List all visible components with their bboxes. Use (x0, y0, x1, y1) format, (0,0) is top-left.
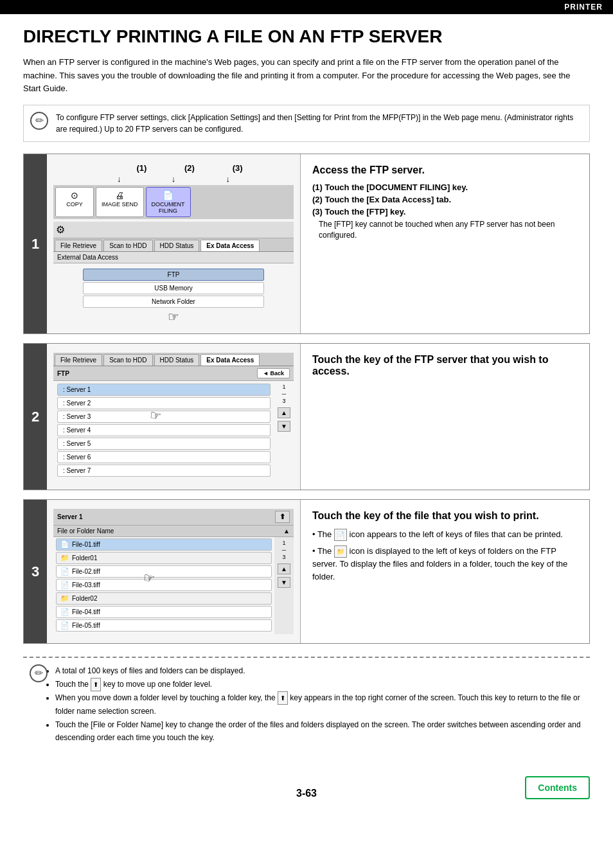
document-filing-button[interactable]: 📄 DOCUMENTFILING (146, 187, 191, 217)
folder01-item[interactable]: 📁 Folder01 (56, 552, 272, 564)
server-4-item[interactable]: : Server 4 (57, 424, 271, 436)
step3-col-label[interactable]: File or Folder Name (53, 526, 280, 536)
bracket-2: (2) (184, 163, 195, 173)
step-3-note-1: • The 📄 icon appears to the left of keys… (312, 528, 578, 541)
step2-tab-hdd-status[interactable]: HDD Status (154, 354, 200, 366)
step2-tab-scan-to-hdd[interactable]: Scan to HDD (103, 354, 152, 366)
back-button[interactable]: ◄ Back (257, 368, 290, 378)
settings-icon: ⚙ (56, 224, 65, 236)
file-04-item[interactable]: 📄 File-04.tiff (56, 606, 272, 618)
svg-text:✏: ✏ (35, 668, 44, 678)
tab-ex-data-access[interactable]: Ex Data Access (200, 240, 260, 251)
note-text: To configure FTP server settings, click … (56, 113, 573, 134)
step2-page-indicator: 1─3 (282, 384, 286, 404)
step2-scrollbar-area: 1─3 ▲ ▼ (274, 381, 294, 481)
server-5-item[interactable]: : Server 5 (57, 438, 271, 450)
folder-icon-2: 📁 (60, 594, 69, 603)
copy-icon: ⊙ (71, 190, 78, 200)
file-01-item[interactable]: 📄 File-01.tiff (56, 538, 272, 551)
step-3-heading: Touch the key of the file that you wish … (312, 510, 578, 522)
copy-button[interactable]: ⊙ COPY (55, 187, 94, 217)
copy-label: COPY (66, 201, 83, 208)
note-box: ✏ To configure FTP server settings, clic… (23, 105, 590, 142)
page-number: 3-63 (212, 788, 401, 799)
server-3-item[interactable]: : Server 3 (57, 411, 271, 423)
step3-scroll-up[interactable]: ▲ (278, 563, 290, 574)
step3-file-list: 📄 File-01.tiff 📁 Folder01 📄 File-02.tiff (53, 537, 274, 634)
step1-list: FTP USB Memory Network Folder (53, 263, 294, 313)
step1-top-buttons: ⊙ COPY 🖨 IMAGE SEND 📄 DOCUMENTFILING (53, 185, 294, 219)
file-icon-4: 📄 (60, 608, 69, 616)
server-7-item[interactable]: : Server 7 (57, 465, 271, 477)
scroll-down-btn[interactable]: ▼ (278, 421, 290, 432)
substep-1-3: (3) Touch the [FTP] key. (312, 207, 578, 217)
scroll-up-btn[interactable]: ▲ (278, 407, 290, 418)
step2-header-row: FTP ◄ Back (53, 366, 294, 381)
file-03-item[interactable]: 📄 File-03.tiff (56, 579, 272, 591)
bottom-note-icon: ✏ (30, 664, 48, 682)
step-3-row: 3 Server 1 ⬆ File or Folder Name ▲ (23, 499, 590, 644)
image-send-button[interactable]: 🖨 IMAGE SEND (96, 187, 144, 217)
page-footer: 3-63 Contents (0, 770, 613, 806)
usb-memory-button[interactable]: USB Memory (83, 282, 264, 294)
image-send-label: IMAGE SEND (102, 201, 138, 208)
server-1-item[interactable]: : Server 1 (57, 384, 271, 396)
server-6-item[interactable]: : Server 6 (57, 451, 271, 463)
file-icon-1: 📄 (60, 540, 69, 549)
ftp-button[interactable]: FTP (83, 269, 264, 281)
document-filing-icon: 📄 (163, 190, 173, 200)
step-1-illustration: (1) (2) (3) ↓ ↓ ↓ ⊙ COPY 🖨 (47, 154, 301, 333)
step-2-illustration: File Retrieve Scan to HDD HDD Status Ex … (47, 344, 301, 490)
file-02-item[interactable]: 📄 File-02.tiff (56, 565, 272, 578)
step3-page-indicator: 1─3 (282, 540, 286, 560)
network-folder-button[interactable]: Network Folder (83, 296, 264, 308)
step2-tab-ex-data-access[interactable]: Ex Data Access (200, 354, 260, 366)
bottom-notes: ✏ A total of 100 keys of files and folde… (23, 657, 590, 750)
image-send-icon: 🖨 (115, 190, 124, 200)
step3-up-icon[interactable]: ⬆ (275, 511, 290, 523)
step-3-illustration: Server 1 ⬆ File or Folder Name ▲ 📄 File-… (47, 500, 301, 643)
step-2-row: 2 File Retrieve Scan to HDD HDD Status E… (23, 343, 590, 490)
file-05-item[interactable]: 📄 File-05.tiff (56, 619, 272, 632)
step2-server-list: : Server 1 : Server 2 : Server 3 : Serve… (53, 381, 274, 481)
step3-sort-indicator: ▲ (280, 526, 294, 536)
step-1-heading: Access the FTP server. (312, 164, 578, 176)
document-filing-label: DOCUMENTFILING (152, 201, 185, 214)
tab-hdd-status[interactable]: HDD Status (154, 240, 200, 251)
hand-pointer-1: ☞ (53, 309, 294, 324)
step3-scroll-down[interactable]: ▼ (278, 577, 290, 588)
step1-icon-bar: ⚙ (53, 222, 294, 238)
main-content: DIRECTLY PRINTING A FILE ON AN FTP SERVE… (0, 14, 613, 763)
bottom-notes-list: A total of 100 keys of files and folders… (55, 664, 581, 744)
tab-file-retrieve[interactable]: File Retrieve (55, 240, 102, 251)
bottom-note-1: A total of 100 keys of files and folders… (55, 664, 581, 677)
step-1-number: 1 (24, 154, 47, 333)
folder02-item[interactable]: 📁 Folder02 (56, 592, 272, 605)
substep-1-1: (1) Touch the [DOCUMENT FILING] key. (312, 182, 578, 192)
step3-header-row: Server 1 ⬆ (53, 509, 294, 526)
step2-list-container: : Server 1 : Server 2 : Server 3 : Serve… (53, 381, 294, 481)
page-title: DIRECTLY PRINTING A FILE ON AN FTP SERVE… (23, 27, 590, 47)
step2-tab-file-retrieve[interactable]: File Retrieve (55, 354, 102, 366)
file-icon-5: 📄 (60, 621, 69, 630)
bottom-note-3: When you move down a folder level by tou… (55, 691, 581, 718)
step-2-instructions: Touch the key of the FTP server that you… (301, 344, 589, 490)
bracket-3: (3) (233, 163, 243, 173)
substep-1-2: (2) Touch the [Ex Data Access] tab. (312, 195, 578, 204)
folder-inline-icon: 📁 (334, 545, 347, 558)
step3-server-label: Server 1 (57, 513, 82, 520)
step-2-number: 2 (24, 344, 47, 490)
contents-button[interactable]: Contents (525, 776, 590, 799)
step-3-note-2: • The 📁 icon is displayed to the left of… (312, 545, 578, 583)
empty-area (193, 187, 292, 217)
tab-scan-to-hdd[interactable]: Scan to HDD (103, 240, 152, 251)
step2-tab-bar: File Retrieve Scan to HDD HDD Status Ex … (53, 353, 294, 366)
step3-list-container: 📄 File-01.tiff 📁 Folder01 📄 File-02.tiff (53, 537, 294, 634)
up-key-icon: ⬆ (91, 678, 101, 691)
step-3-instructions: Touch the key of the file that you wish … (301, 500, 589, 643)
substep-1-3-desc: The [FTP] key cannot be touched when any… (319, 219, 578, 241)
footer-right: Contents (401, 776, 590, 799)
step1-section-label: External Data Access (53, 252, 294, 263)
server-2-item[interactable]: : Server 2 (57, 397, 271, 409)
step-3-number: 3 (24, 500, 47, 643)
